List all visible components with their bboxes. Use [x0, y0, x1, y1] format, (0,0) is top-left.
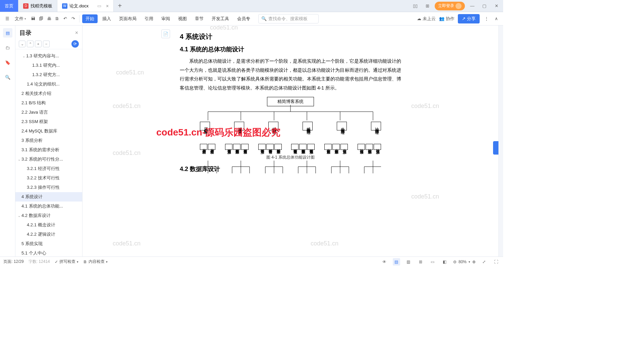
redo-icon[interactable]: ↷ — [70, 15, 76, 22]
outline-item[interactable]: 5.1 个人中心 — [15, 248, 82, 256]
diagram-leaf: 博客评论删除 — [274, 144, 282, 150]
panel-close-icon[interactable]: × — [75, 30, 78, 36]
document-canvas[interactable]: 📄 4 系统设计 4.1 系统的总体功能设计 系统的总体功能设计，是需求分析的下… — [83, 25, 498, 256]
close-button[interactable]: ✕ — [492, 1, 501, 11]
undo-icon[interactable]: ↶ — [62, 15, 68, 22]
read-mode-icon[interactable]: 👁 — [381, 258, 388, 266]
draft-view-icon[interactable]: ▭ — [429, 258, 436, 266]
tab-templates[interactable]: D 找稻壳模板 — [18, 0, 57, 12]
fit-width-icon[interactable]: ⤢ — [480, 258, 488, 266]
print-icon[interactable]: 🖶 — [46, 15, 52, 22]
ribbon-sections[interactable]: 章节 — [192, 14, 207, 23]
scrollbar[interactable] — [498, 25, 503, 256]
login-button[interactable]: 立即登录 — [435, 2, 465, 10]
outline-item[interactable]: 3.2.2 技术可行性 — [15, 173, 82, 183]
expand-icon[interactable]: + — [35, 41, 42, 47]
watermark: code51.cn — [311, 240, 338, 247]
window-mode-icon[interactable]: ▭ — [97, 3, 101, 8]
diagram-leaf-group: 公告信息删改公告信息删除公告信息添加 — [324, 144, 348, 150]
outline-item[interactable]: 2 相关技术介绍 — [15, 89, 82, 98]
page-view-icon[interactable]: ▤ — [393, 258, 400, 266]
outline-item[interactable]: 4 系统设计 — [15, 192, 82, 202]
more-icon[interactable]: ⋮ — [483, 15, 490, 22]
outline-item-label: 2.1 B/S 结构 — [21, 100, 46, 106]
feedback-tab[interactable] — [493, 141, 498, 155]
save-as-icon[interactable]: 🗐 — [38, 15, 44, 22]
tab-home[interactable]: 首页 — [0, 0, 18, 12]
folder-icon[interactable]: 🗀 — [3, 43, 12, 52]
paragraph-icon[interactable]: 📄 — [161, 30, 170, 38]
share-button[interactable]: ↗分享 — [458, 14, 480, 23]
cloud-icon: ☁ — [417, 16, 421, 21]
ribbon-member[interactable]: 会员专 — [234, 14, 254, 23]
zoom-control[interactable]: ⊖ 80% ▾ ⊕ — [453, 260, 476, 264]
ribbon-review[interactable]: 审阅 — [158, 14, 173, 23]
save-icon[interactable]: 🖬 — [30, 15, 36, 22]
cloud-status[interactable]: ☁未上云 — [417, 16, 436, 22]
outline-item[interactable]: 3.2.3 操作可行性 — [15, 183, 82, 192]
watermark: code51.cn — [210, 25, 238, 31]
fullscreen-icon[interactable]: ⛶ — [492, 258, 500, 266]
outline-item[interactable]: 3 系统分析 — [15, 136, 82, 145]
maximize-button[interactable]: ▢ — [480, 1, 489, 11]
find-icon[interactable]: 🔍 — [3, 72, 12, 82]
outline-item[interactable]: 5 系统实现 — [15, 239, 82, 248]
collapse-all-icon[interactable]: ⌄ — [19, 41, 25, 47]
diagram-leaf: 用户信息新增 — [200, 144, 207, 150]
layout-icon[interactable]: ▯▯ — [411, 1, 420, 11]
content-check-button[interactable]: 🗎内容检查▾ — [83, 259, 108, 265]
outline-item[interactable]: 4.1 系统的总体功能... — [15, 202, 82, 211]
print-preview-icon[interactable]: 🗎 — [54, 15, 60, 22]
outline-item[interactable]: 3.2.1 经济可行性 — [15, 164, 82, 173]
outline-item[interactable]: 1.3.1 研究内... — [15, 61, 82, 70]
expand-all-icon[interactable]: ⌃ — [27, 41, 34, 47]
watermark: code51.cn — [411, 103, 439, 110]
collab-button[interactable]: 👥协作 — [439, 16, 454, 22]
web-view-icon[interactable]: ▥ — [405, 258, 412, 266]
minimize-button[interactable]: — — [468, 1, 477, 11]
bookmark-icon[interactable]: 🔖 — [3, 58, 12, 67]
watermark: code51.cn — [113, 150, 141, 157]
ribbon-insert[interactable]: 插入 — [99, 14, 114, 23]
zoom-in-icon[interactable]: ⊕ — [472, 260, 476, 264]
outline-item[interactable]: ⌄3.2 系统的可行性分... — [15, 155, 82, 164]
ai-turbo-icon[interactable]: ⟳ — [71, 40, 79, 48]
file-menu[interactable]: 文件▾ — [13, 14, 28, 23]
outline-item-label: 4.2.2 逻辑设计 — [27, 231, 55, 237]
outline-item[interactable]: 2.2 Java 语言 — [15, 108, 82, 117]
diagram-root: 精简博客系统 — [267, 97, 314, 106]
ribbon-dev[interactable]: 开发工具 — [208, 14, 232, 23]
menu-button[interactable]: ☰ — [3, 15, 11, 22]
outline-item[interactable]: 1.4 论文的组织... — [15, 79, 82, 89]
outline-icon[interactable]: ▤ — [3, 28, 12, 38]
outline-item[interactable]: ⌄1.3 研究内容与... — [15, 51, 82, 61]
add-tab-button[interactable]: + — [114, 0, 126, 12]
zoom-out-icon[interactable]: ⊖ — [453, 260, 457, 264]
ribbon-start[interactable]: 开始 — [82, 14, 98, 23]
tab-document[interactable]: W 论文.docx ▭ × — [57, 0, 114, 12]
apps-icon[interactable]: ⊞ — [423, 1, 432, 11]
outline-item[interactable]: 2.4 MySQL 数据库 — [15, 126, 82, 136]
page-indicator[interactable]: 页面: 12/29 — [3, 259, 24, 265]
word-count[interactable]: 字数: 12414 — [29, 259, 50, 265]
collapse-icon[interactable]: − — [43, 41, 50, 47]
ribbon-references[interactable]: 引用 — [141, 14, 157, 23]
ribbon-view[interactable]: 视图 — [175, 14, 190, 23]
outline-item[interactable]: 1.3.2 研究方... — [15, 70, 82, 79]
ribbon-layout[interactable]: 页面布局 — [116, 14, 140, 23]
heading-4-2: 4.2 数据库设计 — [180, 165, 401, 173]
outline-item[interactable]: 2.3 SSM 框架 — [15, 117, 82, 126]
spellcheck-button[interactable]: ✓拼写检查▾ — [55, 259, 78, 265]
outline-item[interactable]: 4.2.2 逻辑设计 — [15, 230, 82, 239]
outline-item[interactable]: 3.1 系统的需求分析 — [15, 145, 82, 155]
close-icon[interactable]: × — [106, 3, 109, 9]
collapse-icon[interactable]: ∧ — [493, 15, 500, 22]
diagram: 精简博客系统 用户信息管理博客信息管理博客评论管理博客收藏管理公告信息管理论坛信… — [200, 97, 381, 160]
search-input[interactable]: 🔍 查找命令、搜索模板 — [258, 14, 319, 23]
reading-icon[interactable]: ◧ — [441, 258, 448, 266]
outline-item[interactable]: 4.2.1 概念设计 — [15, 220, 82, 230]
outline-item[interactable]: 2.1 B/S 结构 — [15, 98, 82, 108]
outline-view-icon[interactable]: ⊞ — [417, 258, 424, 266]
diagram-leaf: 论坛信息删除 — [366, 144, 373, 150]
outline-item[interactable]: ⌄4.2 数据库设计 — [15, 211, 82, 220]
